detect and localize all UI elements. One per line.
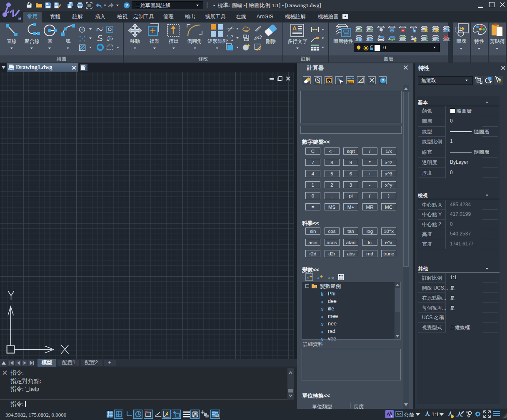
svg-text:x: x: [317, 274, 320, 280]
svg-text:x: x: [314, 285, 316, 289]
svg-text:x: x: [327, 274, 330, 280]
svg-text:x: x: [306, 274, 309, 280]
svg-text:A: A: [292, 25, 297, 32]
svg-text:?: ?: [125, 3, 128, 8]
svg-text:M: M: [18, 17, 21, 21]
svg-text:0.0: 0.0: [397, 412, 402, 416]
svg-text:DWG: DWG: [8, 68, 14, 70]
svg-text:?: ?: [382, 78, 384, 83]
